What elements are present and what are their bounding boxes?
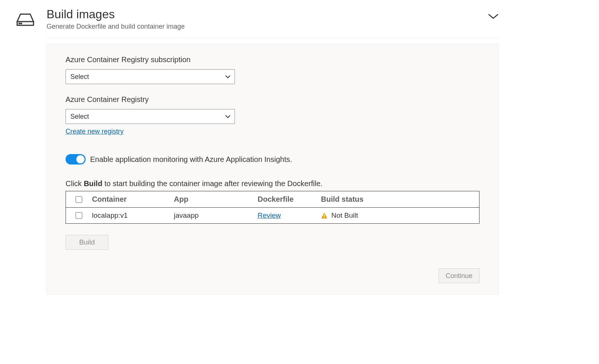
section-header: Build images Generate Dockerfile and bui… (47, 7, 498, 38)
table-row: localapp:v1 javaapp Review Not Built (66, 208, 479, 223)
page-title: Build images (47, 7, 185, 21)
acr-subscription-label: Azure Container Registry subscription (66, 55, 479, 64)
build-instruction: Click Build to start building the contai… (66, 179, 479, 188)
table-header-row: Container App Dockerfile Build status (66, 191, 479, 208)
create-new-registry-link[interactable]: Create new registry (66, 128, 124, 135)
images-table: Container App Dockerfile Build status lo… (66, 191, 479, 224)
svg-rect-4 (324, 214, 325, 217)
review-dockerfile-link[interactable]: Review (258, 211, 281, 219)
cell-status: Not Built (331, 211, 358, 220)
row-checkbox[interactable] (76, 212, 82, 219)
acr-select[interactable]: Select (66, 109, 235, 124)
acr-subscription-value: Select (70, 73, 89, 81)
form-panel: Azure Container Registry subscription Se… (47, 44, 498, 295)
col-app: App (174, 195, 258, 204)
col-status: Build status (321, 195, 479, 204)
monitoring-toggle[interactable] (66, 154, 86, 165)
acr-subscription-select[interactable]: Select (66, 69, 235, 84)
build-button[interactable]: Build (66, 235, 108, 250)
acr-label: Azure Container Registry (66, 95, 479, 104)
monitoring-toggle-label: Enable application monitoring with Azure… (90, 155, 292, 164)
chevron-down-icon (488, 15, 498, 21)
toggle-knob (76, 155, 85, 163)
section-icon-gutter (4, 7, 47, 295)
svg-point-1 (19, 23, 20, 24)
svg-rect-5 (324, 217, 325, 218)
page-subtitle: Generate Dockerfile and build container … (47, 23, 185, 31)
cell-container: localapp:v1 (92, 211, 174, 220)
continue-button[interactable]: Continue (439, 268, 479, 283)
col-container: Container (92, 195, 174, 204)
warning-icon (321, 212, 328, 219)
svg-point-2 (21, 23, 22, 24)
select-all-checkbox[interactable] (76, 196, 82, 203)
col-dockerfile: Dockerfile (258, 195, 321, 204)
cell-app: javaapp (174, 211, 258, 220)
collapse-toggle[interactable] (488, 7, 498, 21)
disk-icon (16, 13, 35, 295)
acr-value: Select (70, 113, 89, 121)
